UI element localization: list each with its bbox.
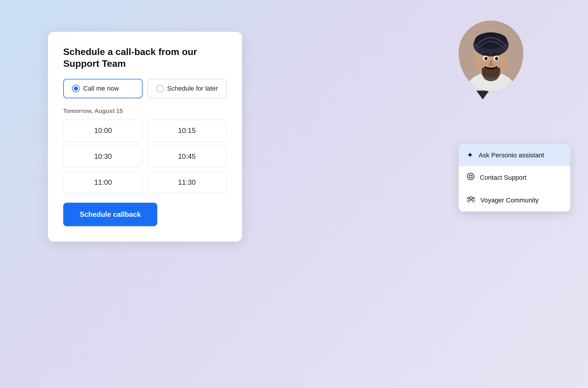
- svg-line-13: [472, 177, 472, 178]
- radio-schedule-later-label: Schedule for later: [167, 85, 218, 92]
- svg-point-18: [473, 197, 475, 199]
- card-title: Schedule a call-back from our Support Te…: [63, 46, 227, 69]
- menu-item-assistant-label: Ask Personio assistant: [479, 151, 544, 159]
- radio-dot-schedule-later: [156, 85, 164, 92]
- svg-point-8: [485, 57, 488, 60]
- time-slot-4[interactable]: 11:00: [63, 171, 143, 193]
- svg-point-9: [495, 57, 498, 60]
- radio-dot-call-now: [72, 85, 80, 92]
- avatar: [459, 21, 523, 91]
- sparkle-icon: ✦: [467, 151, 473, 160]
- menu-item-assistant[interactable]: ✦ Ask Personio assistant: [459, 144, 570, 166]
- avatar-container: [459, 21, 523, 99]
- time-grid: 10:00 10:15 10:30 10:45 11:00 11:30: [63, 120, 227, 193]
- svg-line-15: [469, 177, 470, 178]
- radio-call-now-label: Call me now: [83, 85, 119, 92]
- time-slot-0[interactable]: 10:00: [63, 120, 143, 141]
- svg-point-16: [470, 197, 472, 199]
- time-slot-5[interactable]: 11:30: [147, 171, 227, 193]
- radio-schedule-later[interactable]: Schedule for later: [147, 79, 227, 98]
- community-icon: [467, 195, 475, 205]
- menu-item-support[interactable]: Contact Support: [459, 166, 570, 189]
- svg-line-12: [469, 175, 470, 176]
- schedule-callback-button[interactable]: Schedule callback: [63, 203, 157, 226]
- menu-item-community[interactable]: Voyager Community: [459, 189, 570, 212]
- time-slot-2[interactable]: 10:30: [63, 146, 143, 167]
- schedule-card: Schedule a call-back from our Support Te…: [48, 32, 242, 242]
- menu-item-community-label: Voyager Community: [480, 197, 539, 204]
- radio-call-now[interactable]: Call me now: [63, 79, 143, 98]
- support-dropdown-menu: ✦ Ask Personio assistant Contact Support: [459, 144, 570, 212]
- radio-options-row: Call me now Schedule for later: [63, 79, 227, 98]
- avatar-svg: [459, 21, 523, 91]
- svg-line-14: [472, 175, 472, 176]
- svg-point-10: [467, 173, 474, 180]
- support-icon: [467, 173, 475, 182]
- date-label: Tomorrow, August 15: [63, 108, 227, 114]
- time-slot-3[interactable]: 10:45: [147, 146, 227, 167]
- time-slot-1[interactable]: 10:15: [147, 120, 227, 141]
- chat-pointer-icon: [476, 91, 489, 99]
- svg-point-17: [467, 197, 469, 199]
- menu-item-support-label: Contact Support: [480, 174, 527, 181]
